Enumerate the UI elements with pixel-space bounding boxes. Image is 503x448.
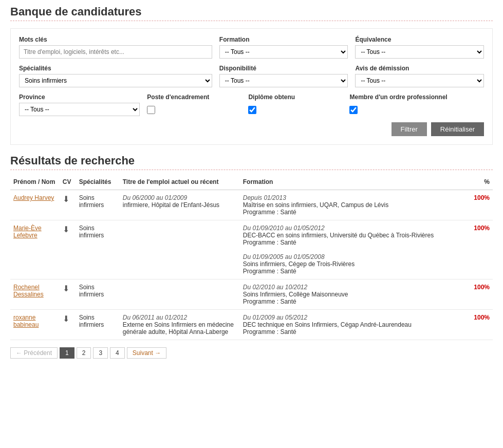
keywords-group: Mots clés — [19, 36, 212, 59]
formation-title: DEC-BACC en soins infirmiers, Université… — [243, 232, 467, 239]
table-row: roxanne babineau ⬇ Soins infirmiers Du 0… — [10, 310, 493, 340]
form-row-1: Mots clés Formation -- Tous -- Équivalen… — [19, 36, 484, 59]
cell-pct: 100% — [470, 310, 493, 340]
cv-download-icon[interactable]: ⬇ — [63, 195, 69, 203]
formation-date: Du 01/2009 au 05/2012 — [243, 314, 467, 321]
results-table: Prénom / Nom CV Spécialités Titre de l'e… — [10, 175, 493, 340]
keywords-label: Mots clés — [19, 36, 212, 43]
emploi-date: Du 06/2000 au 01/2009 — [123, 194, 237, 201]
cell-name: Rochenel Dessalines — [10, 279, 60, 310]
cell-cv: ⬇ — [60, 279, 76, 310]
prev-button[interactable]: ← Précédent — [10, 347, 58, 359]
cell-pct: 100% — [470, 279, 493, 310]
ordre-group: Membre d'un ordre professionnel — [349, 94, 484, 114]
form-row-2: Spécialités Soins infirmiers Disponibili… — [19, 65, 484, 87]
cell-pct: 100% — [470, 220, 493, 279]
pct-value: 100% — [474, 225, 490, 232]
candidate-name-link[interactable]: Marie-Ève Lefebvre — [13, 225, 42, 239]
page-1-button[interactable]: 1 — [60, 347, 74, 359]
candidate-name-link[interactable]: Audrey Harvey — [13, 194, 54, 201]
cv-download-icon[interactable]: ⬇ — [63, 225, 69, 234]
formation-date: Depuis 01/2013 — [243, 194, 467, 201]
pct-value: 100% — [474, 284, 490, 291]
formation-title: Soins infirmiers, Cégep de Trois-Rivière… — [243, 260, 467, 268]
title-divider — [10, 21, 493, 21]
col-header-emploi: Titre de l'emploi actuel ou récent — [120, 175, 240, 190]
form-actions: Filtrer Réinitialiser — [19, 122, 484, 136]
cell-emploi: Du 06/2000 au 01/2009infirmiere, Hôpital… — [120, 190, 240, 220]
next-button[interactable]: Suivant → — [127, 347, 166, 359]
diplome-label: Diplôme obtenu — [248, 94, 342, 101]
cell-spec: Soins infirmiers — [76, 279, 120, 310]
formation-date: Du 02/2010 au 10/2012 — [243, 284, 467, 291]
cell-formation: Depuis 01/2013Maîtrise en soins infirmie… — [240, 190, 470, 220]
cell-spec: Soins infirmiers — [76, 310, 120, 340]
col-header-cv: CV — [60, 175, 76, 190]
cell-formation: Du 01/2009 au 05/2012DEC technique en So… — [240, 310, 470, 340]
formation-prog: Programme : Santé — [243, 328, 467, 335]
col-header-spec: Spécialités — [76, 175, 120, 190]
formation-title: Maîtrise en soins infirmiers, UQAR, Camp… — [243, 201, 467, 209]
cell-pct: 100% — [470, 190, 493, 220]
ordre-label: Membre d'un ordre professionnel — [349, 94, 484, 101]
province-select[interactable]: -- Tous -- — [19, 103, 140, 116]
cell-emploi — [120, 220, 240, 279]
table-header-row: Prénom / Nom CV Spécialités Titre de l'e… — [10, 175, 493, 190]
page-2-button[interactable]: 2 — [77, 347, 91, 359]
results-title: Résultats de recherche — [10, 154, 493, 167]
cv-download-icon[interactable]: ⬇ — [63, 314, 69, 323]
pagination: ← Précédent 1 2 3 4 Suivant → — [10, 347, 493, 359]
emploi-date: Du 06/2011 au 01/2012 — [123, 314, 237, 321]
specialites-group: Spécialités Soins infirmiers — [19, 65, 212, 87]
keywords-input[interactable] — [19, 45, 212, 59]
cell-name: Audrey Harvey — [10, 190, 60, 220]
specialites-label: Spécialités — [19, 65, 212, 72]
avis-label: Avis de démission — [355, 65, 484, 72]
formation-group: Formation -- Tous -- — [219, 36, 348, 59]
cell-spec: Soins infirmiers — [76, 220, 120, 279]
avis-group: Avis de démission -- Tous -- — [355, 65, 484, 87]
table-row: Rochenel Dessalines ⬇ Soins infirmiers D… — [10, 279, 493, 310]
cell-formation: Du 01/09/2010 au 01/05/2012DEC-BACC en s… — [240, 220, 470, 279]
ordre-checkbox[interactable] — [349, 106, 358, 114]
equivalence-label: Équivalence — [355, 36, 484, 43]
diplome-checkbox[interactable] — [248, 106, 256, 114]
col-header-nom: Prénom / Nom — [10, 175, 60, 190]
dispo-select[interactable]: -- Tous -- — [219, 74, 348, 87]
cell-cv: ⬇ — [60, 190, 76, 220]
poste-checkbox[interactable] — [147, 106, 155, 114]
page-title: Banque de candidatures — [10, 5, 493, 18]
cell-emploi: Du 06/2011 au 01/2012Externe en Soins In… — [120, 310, 240, 340]
search-form: Mots clés Formation -- Tous -- Équivalen… — [10, 28, 493, 145]
page-4-button[interactable]: 4 — [110, 347, 125, 359]
filter-button[interactable]: Filtrer — [392, 122, 427, 136]
cell-cv: ⬇ — [60, 220, 76, 279]
province-label: Province — [19, 94, 140, 101]
province-group: Province -- Tous -- — [19, 94, 140, 116]
formation-prog: Programme : Santé — [243, 298, 467, 305]
cell-name: roxanne babineau — [10, 310, 60, 340]
cell-emploi — [120, 279, 240, 310]
formation-prog: Programme : Santé — [243, 209, 467, 216]
results-divider — [10, 170, 493, 170]
table-row: Marie-Ève Lefebvre ⬇ Soins infirmiers Du… — [10, 220, 493, 279]
cell-spec: Soins infirmiers — [76, 190, 120, 220]
formation-title: Soins Infirmiers, Collège Maisonneuve — [243, 291, 467, 298]
dispo-label: Disponibilité — [219, 65, 348, 72]
formation-prog: Programme : Santé — [243, 239, 467, 246]
cell-formation: Du 02/2010 au 10/2012Soins Infirmiers, C… — [240, 279, 470, 310]
pct-value: 100% — [474, 314, 490, 321]
reset-button[interactable]: Réinitialiser — [431, 122, 484, 136]
specialites-select[interactable]: Soins infirmiers — [19, 74, 212, 87]
formation-date: Du 01/09/2005 au 01/05/2008 — [243, 253, 467, 260]
cell-name: Marie-Ève Lefebvre — [10, 220, 60, 279]
cv-download-icon[interactable]: ⬇ — [63, 284, 69, 293]
equivalence-select[interactable]: -- Tous -- — [355, 45, 484, 59]
diplome-group: Diplôme obtenu — [248, 94, 342, 114]
page-3-button[interactable]: 3 — [93, 347, 108, 359]
candidate-name-link[interactable]: roxanne babineau — [13, 314, 39, 328]
avis-select[interactable]: -- Tous -- — [355, 74, 484, 87]
candidate-name-link[interactable]: Rochenel Dessalines — [13, 284, 44, 298]
formation-select[interactable]: -- Tous -- — [219, 45, 348, 59]
poste-group: Poste d'encadrement — [147, 94, 241, 114]
